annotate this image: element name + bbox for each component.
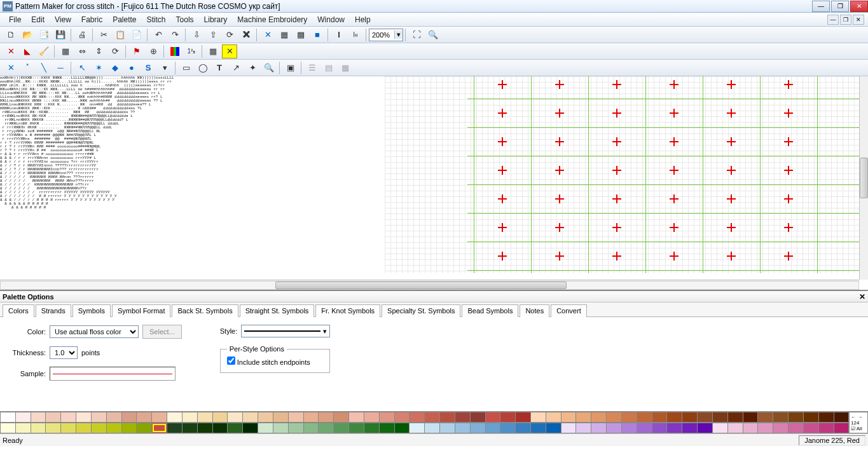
tab-strands[interactable]: Strands — [36, 304, 71, 317]
select-color-button[interactable]: Select... — [142, 325, 182, 339]
color-swatch[interactable] — [546, 412, 561, 423]
color-swatch[interactable] — [652, 412, 668, 423]
color-swatch[interactable] — [243, 412, 258, 423]
mdi-minimize-button[interactable]: — — [827, 15, 839, 25]
color-swatch[interactable] — [561, 412, 577, 423]
color-swatch[interactable] — [667, 412, 682, 423]
menu-help[interactable]: Help — [350, 14, 376, 25]
vertical-scrollbar[interactable] — [859, 76, 868, 280]
menu-fabric[interactable]: Fabric — [76, 14, 107, 25]
color-swatch[interactable] — [304, 423, 319, 433]
color-swatch[interactable] — [637, 423, 652, 433]
color-swatch[interactable] — [61, 412, 76, 423]
color-swatch[interactable] — [486, 423, 501, 433]
color-swatch[interactable] — [61, 423, 76, 433]
color-swatch[interactable] — [622, 423, 637, 433]
tab-notes[interactable]: Notes — [520, 304, 549, 317]
color-swatch[interactable] — [576, 412, 591, 423]
color-swatch[interactable] — [228, 423, 243, 433]
half-cross-icon[interactable]: ˟ — [20, 61, 35, 75]
zoom-select[interactable]: 200% — [369, 29, 403, 41]
color-swatch[interactable] — [395, 412, 410, 423]
color-swatch[interactable] — [46, 412, 61, 423]
color-swatch[interactable] — [425, 412, 440, 423]
special-icon[interactable]: S — [141, 61, 156, 75]
color-swatch[interactable] — [410, 412, 425, 423]
move-icon[interactable]: ↗ — [228, 61, 244, 75]
color-swatch[interactable] — [471, 423, 486, 433]
menu-stitch[interactable]: Stitch — [142, 14, 171, 25]
print-icon[interactable]: 🖨 — [74, 28, 90, 42]
color-swatch[interactable] — [349, 412, 364, 423]
stitch-x-icon[interactable]: ✕ — [260, 28, 275, 42]
tab-back-st-symbols[interactable]: Back St. Symbols — [172, 304, 238, 317]
zoom-icon[interactable]: 🔍 — [425, 28, 441, 42]
color-swatch[interactable] — [16, 412, 31, 423]
color-swatch[interactable] — [622, 412, 637, 423]
flag-icon[interactable]: ⚑ — [129, 44, 144, 58]
style-select[interactable] — [241, 325, 330, 337]
color-swatch[interactable] — [561, 423, 577, 433]
color-swatch[interactable] — [167, 412, 183, 423]
info-icon[interactable]: I — [331, 28, 347, 42]
color-swatch[interactable] — [76, 412, 92, 423]
include-endpoints-checkbox[interactable]: Include stitch endpoints — [227, 358, 310, 366]
color-swatch[interactable] — [743, 423, 759, 433]
color-swatch[interactable] — [500, 423, 516, 433]
cross-tool-icon[interactable]: ✕ — [3, 61, 18, 75]
mirror-v-icon[interactable]: ⇕ — [91, 44, 106, 58]
color-swatch[interactable] — [152, 423, 167, 433]
solid-icon[interactable]: ■ — [310, 28, 325, 42]
color-swatch[interactable] — [713, 423, 728, 433]
wand-icon[interactable]: ✦ — [245, 61, 260, 75]
menu-window[interactable]: Window — [312, 14, 350, 25]
full-stitch-icon[interactable]: ✕ — [3, 44, 18, 58]
color-swatch[interactable] — [364, 423, 380, 433]
color-swatch[interactable] — [137, 423, 152, 433]
color-swatch[interactable] — [607, 412, 622, 423]
color-swatch[interactable] — [789, 423, 804, 433]
export-icon[interactable]: ⇧ — [205, 28, 221, 42]
color-swatch[interactable] — [122, 423, 137, 433]
half-stitch-icon[interactable]: ◣ — [20, 44, 35, 58]
layer-icon[interactable]: ▣ — [283, 61, 298, 75]
tab-colors[interactable]: Colors — [3, 304, 34, 317]
ruler-icon[interactable]: Iн — [348, 28, 363, 42]
menu-edit[interactable]: Edit — [26, 14, 50, 25]
tab-specialty-st-symbols[interactable]: Specialty St. Symbols — [382, 304, 460, 317]
color-swatch[interactable] — [698, 412, 713, 423]
rect-select-icon[interactable]: ▭ — [179, 61, 194, 75]
color-swatch[interactable] — [773, 423, 789, 433]
color-swatch[interactable] — [76, 423, 92, 433]
rgb-icon[interactable] — [167, 44, 183, 58]
color-swatch[interactable] — [198, 423, 213, 433]
tab-straight-st-symbols[interactable]: Straight St. Symbols — [240, 304, 315, 317]
open-icon[interactable]: 📂 — [20, 28, 35, 42]
color-swatch[interactable] — [728, 423, 743, 433]
color-swatch[interactable] — [243, 423, 258, 433]
color-swatch[interactable] — [198, 412, 213, 423]
straight-icon[interactable]: ─ — [53, 61, 68, 75]
save-icon[interactable]: 💾 — [53, 28, 68, 42]
color-swatch[interactable] — [834, 423, 850, 433]
color-swatch[interactable] — [92, 412, 107, 423]
color-swatch[interactable] — [319, 412, 334, 423]
color-swatch[interactable] — [92, 423, 107, 433]
color-swatch[interactable] — [107, 412, 122, 423]
text-icon[interactable]: T — [212, 61, 227, 75]
close-button[interactable]: ✕ — [850, 1, 868, 12]
cut-icon[interactable]: ✂ — [96, 28, 111, 42]
area-icon[interactable]: ▦ — [58, 44, 73, 58]
rotate-icon[interactable]: ⟳ — [107, 44, 123, 58]
color-swatch[interactable] — [728, 412, 743, 423]
color-swatch[interactable] — [107, 423, 122, 433]
color-swatch[interactable] — [607, 423, 622, 433]
color-swatch[interactable] — [0, 412, 16, 423]
undo-icon[interactable]: ↶ — [151, 28, 166, 42]
color-swatch[interactable] — [682, 412, 698, 423]
center-icon[interactable]: ⊕ — [146, 44, 161, 58]
color-swatch[interactable] — [591, 423, 607, 433]
search-tool-icon[interactable]: 🔍 — [261, 61, 277, 75]
color-swatch[interactable] — [758, 412, 773, 423]
color-swatch[interactable] — [31, 412, 46, 423]
